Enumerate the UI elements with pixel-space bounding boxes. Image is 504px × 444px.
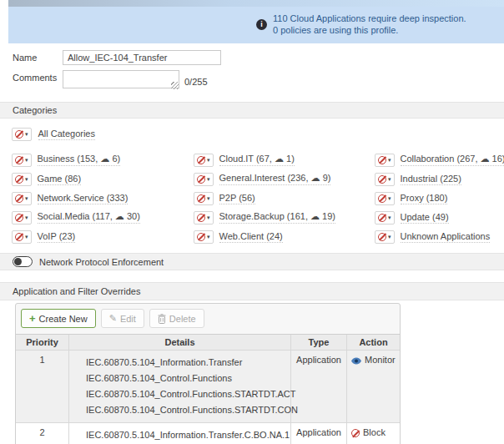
category-label: Industrial [401,174,438,184]
overrides-table-body: 1 IEC.60870.5.104_Information.TransferIE… [16,351,400,444]
category-label: Storage.Backup [219,211,285,221]
category-action-dropdown[interactable]: ▾ [12,154,32,167]
category-label: Web.Client [219,231,265,241]
caret-down-icon: ▾ [25,176,28,182]
caret-down-icon: ▾ [25,131,28,137]
block-icon [351,429,360,437]
row-priority: 2 [16,423,69,444]
profile-form: Name Comments 0/255 [13,50,504,90]
caret-down-icon: ▾ [388,176,391,182]
category-action-dropdown[interactable]: ▾ [375,230,395,244]
category-action-dropdown[interactable]: ▾ [194,230,214,244]
category-label: General.Interest [219,173,285,183]
category-meta: (67, ☁ 1) [256,154,295,164]
category-label: Game [38,174,63,184]
pencil-icon: ✎ [109,313,117,324]
category-action-dropdown[interactable]: ▾ [12,230,32,244]
edit-button[interactable]: ✎ Edit [101,309,144,328]
comments-counter: 0/255 [184,70,208,87]
category-meta: (23) [59,231,76,241]
caret-down-icon: ▾ [25,157,28,163]
category-action-dropdown[interactable]: ▾ [194,173,214,186]
row-priority: 1 [16,351,69,422]
block-icon [197,214,205,222]
category-item: ▾ Collaboration (267, ☁ 16) [375,154,504,167]
category-label: Business [38,154,75,164]
category-action-dropdown[interactable]: ▾ [375,173,395,186]
block-icon [15,233,23,241]
category-meta: (180) [426,193,448,203]
action-label: Block [363,427,386,437]
banner-line1: 110 Cloud Applications require deep insp… [273,13,466,24]
categories-header: Categories [0,102,504,119]
category-item: ▾ Game (86) [12,173,194,186]
row-type: Application [291,351,347,422]
category-action-dropdown[interactable]: ▾ [375,154,395,167]
all-categories-action-dropdown[interactable]: ▾ [12,128,32,141]
category-action-dropdown[interactable]: ▾ [12,192,32,205]
category-item: ▾ Cloud.IT (67, ☁ 1) [194,154,375,167]
row-action: Monitor [347,351,400,422]
category-meta: (117, ☁ 30) [93,211,140,221]
block-icon [197,156,205,164]
category-action-dropdown[interactable]: ▾ [375,192,395,205]
category-meta: (86) [65,174,82,184]
category-action-dropdown[interactable]: ▾ [12,211,32,225]
category-meta: (267, ☁ 16) [456,154,504,164]
category-label: P2P [219,193,237,203]
resize-handle-icon[interactable] [171,82,179,89]
block-icon [378,194,386,203]
table-row[interactable]: 2 IEC.60870.5.104_Information.Transfer.C… [16,423,400,444]
categories-grid: ▾ Business (153, ☁ 6) ▾ Cloud.IT (67, ☁ … [12,150,504,246]
category-action-dropdown[interactable]: ▾ [194,192,214,205]
category-item: ▾ Social.Media (117, ☁ 30) [12,211,194,225]
category-meta: (24) [266,231,283,241]
caret-down-icon: ▾ [388,214,391,220]
info-icon: i [256,19,267,30]
category-label: Network.Service [38,193,104,203]
category-label: Social.Media [38,211,90,221]
block-icon [378,233,386,241]
block-icon [378,156,386,164]
caret-down-icon: ▾ [207,176,210,182]
caret-down-icon: ▾ [207,157,210,163]
comments-input[interactable] [63,70,179,88]
category-action-dropdown[interactable]: ▾ [12,173,32,186]
name-label: Name [13,50,63,63]
category-meta: (333) [107,193,129,203]
category-meta: (153, ☁ 6) [77,154,120,164]
npe-label: Network Protocol Enforcement [39,257,164,267]
category-meta: (236, ☁ 9) [287,173,330,183]
create-new-button[interactable]: + Create New [21,309,96,328]
category-item: ▾ P2P (56) [194,192,375,205]
category-meta: (49) [432,212,449,222]
block-icon [15,194,23,203]
overrides-header: Application and Filter Overrides [0,282,504,300]
row-action: Block [347,423,400,444]
caret-down-icon: ▾ [25,214,28,220]
category-label: Update [401,212,430,222]
row-details: IEC.60870.5.104_Information.TransferIEC.… [69,351,291,422]
category-item: ▾ Proxy (180) [375,192,504,205]
trash-icon [158,314,166,324]
window-top-strip [8,0,504,7]
category-item: ▾ General.Interest (236, ☁ 9) [194,173,375,186]
block-icon [15,214,23,222]
edit-label: Edit [120,314,136,324]
overrides-panel: + Create New ✎ Edit Delete Priority Deta… [15,303,401,444]
row-type: Application [291,423,347,444]
overrides-table: Priority Details Type Action 1 IEC.60870… [16,334,400,444]
caret-down-icon: ▾ [207,234,210,240]
category-action-dropdown[interactable]: ▾ [194,154,214,167]
banner-line2: 0 policies are using this profile. [273,24,466,36]
table-row[interactable]: 1 IEC.60870.5.104_Information.TransferIE… [16,351,400,423]
category-action-dropdown[interactable]: ▾ [194,211,214,225]
delete-button[interactable]: Delete [149,309,204,328]
npe-toggle[interactable] [13,256,33,267]
name-input[interactable] [63,50,221,65]
all-categories-label: All Categories [38,129,95,140]
category-action-dropdown[interactable]: ▾ [375,211,395,225]
category-item: ▾ Industrial (225) [375,173,504,186]
block-icon [197,175,205,184]
comments-label: Comments [13,70,63,83]
